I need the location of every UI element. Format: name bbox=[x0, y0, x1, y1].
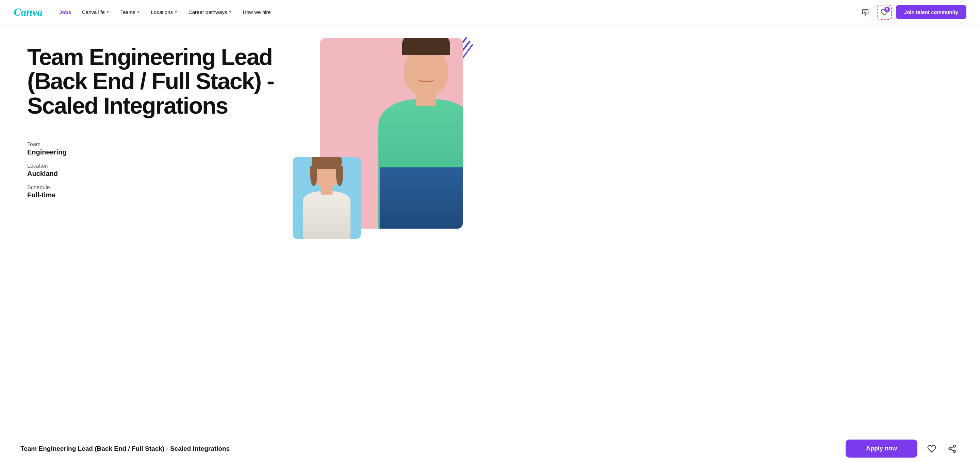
svg-text:Canva: Canva bbox=[14, 6, 43, 18]
main-content: Team Engineering Lead (Back End / Full S… bbox=[0, 24, 980, 435]
job-title: Team Engineering Lead (Back End / Full S… bbox=[27, 45, 306, 118]
nav-career-pathways[interactable]: Career pathways ▼ bbox=[185, 6, 236, 18]
location-value: Auckland bbox=[27, 170, 306, 178]
chevron-down-icon: ▼ bbox=[137, 10, 140, 14]
join-talent-community-button[interactable]: Join talent community bbox=[896, 5, 966, 19]
navbar: Canva Jobs Canva life ▼ Teams ▼ Location… bbox=[0, 0, 980, 24]
right-panel bbox=[320, 38, 463, 229]
nav-locations[interactable]: Locations ▼ bbox=[147, 6, 182, 18]
svg-rect-1 bbox=[862, 9, 869, 14]
chevron-down-icon: ▼ bbox=[106, 10, 110, 14]
location-label: Location bbox=[27, 163, 306, 169]
nav-jobs[interactable]: Jobs bbox=[55, 6, 75, 18]
nav-links: Jobs Canva life ▼ Teams ▼ Locations ▼ Ca… bbox=[55, 6, 858, 18]
schedule-label: Schedule bbox=[27, 184, 306, 191]
secondary-photo bbox=[293, 157, 361, 239]
nav-how-we-hire[interactable]: How we hire bbox=[239, 6, 275, 18]
left-panel: Team Engineering Lead (Back End / Full S… bbox=[27, 45, 306, 199]
chevron-down-icon: ▼ bbox=[228, 10, 232, 14]
nav-canva-life[interactable]: Canva life ▼ bbox=[78, 6, 114, 18]
schedule-value: Full-time bbox=[27, 191, 306, 199]
chevron-down-icon: ▼ bbox=[174, 10, 178, 14]
nav-right: 0 Join talent community bbox=[858, 5, 966, 20]
job-meta: Team Engineering Location Auckland Sched… bbox=[27, 135, 306, 199]
nav-teams[interactable]: Teams ▼ bbox=[116, 6, 144, 18]
canva-logo[interactable]: Canva bbox=[14, 5, 44, 19]
favorites-button[interactable]: 0 bbox=[877, 5, 892, 20]
team-value: Engineering bbox=[27, 148, 306, 156]
translate-icon-button[interactable] bbox=[858, 5, 873, 20]
team-label: Team bbox=[27, 141, 306, 148]
svg-line-4 bbox=[463, 45, 472, 58]
favorites-badge: 0 bbox=[885, 7, 890, 12]
